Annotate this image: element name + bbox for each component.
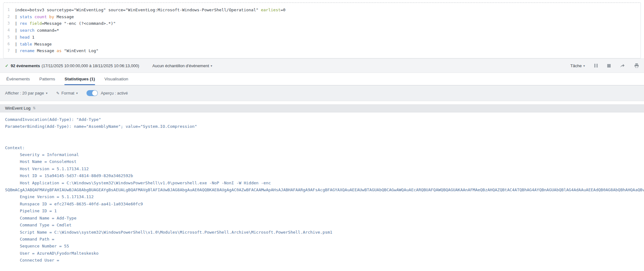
- cell-line: Script Name = C:\Windows\system32\Window…: [5, 229, 644, 236]
- code-line: 6| table Message: [3, 41, 641, 48]
- cell-line: Severity = Informational: [5, 151, 644, 158]
- results-tabs: ÉvénementsPatternsStatistiques (1)Visual…: [0, 73, 644, 85]
- cell-line: CommandInvocation(Add-Type): "Add-Type": [5, 116, 644, 123]
- event-count: 92 événements: [11, 63, 40, 68]
- preview-toggle[interactable]: Aperçu : activé: [86, 90, 128, 96]
- time-range: (17/11/2025 10:00:00,000 à 18/11/2025 10…: [42, 63, 139, 68]
- chevron-down-icon: ▾: [583, 64, 585, 68]
- stop-job-button[interactable]: [607, 64, 611, 68]
- job-label: Tâche: [570, 63, 582, 68]
- chevron-down-icon: ▾: [211, 64, 212, 68]
- result-cell[interactable]: CommandInvocation(Add-Type): "Add-Type"P…: [0, 112, 644, 262]
- code-text: | rename Message as "WinEvent Log": [15, 47, 98, 54]
- search-results-bar: ✓ 92 événements (17/11/2025 10:00:00,000…: [0, 58, 644, 73]
- code-line: 1index=botsv3 sourcetype="WinEventLog" s…: [3, 7, 641, 14]
- code-text: | rex field=Message "-enc (?<command>.*)…: [15, 20, 116, 27]
- share-icon: [620, 63, 625, 68]
- format-label: Format: [61, 91, 74, 95]
- cell-line: Host ID = 15a94145-5d37-4814-88d9-820a34…: [5, 172, 644, 179]
- code-text: | head 1: [15, 34, 35, 41]
- code-text: | search command=*: [15, 27, 59, 34]
- cell-line: [5, 137, 644, 144]
- code-line: 7| rename Message as "WinEvent Log": [3, 47, 641, 54]
- job-dropdown[interactable]: Tâche ▾: [570, 63, 585, 68]
- line-number: 4: [3, 27, 15, 34]
- code-text: | table Message: [15, 41, 52, 48]
- line-number: 7: [3, 47, 15, 54]
- code-line: 2| stats count by Message: [3, 14, 641, 20]
- sort-icon: ⇅: [33, 106, 36, 110]
- chevron-down-icon: ▾: [76, 91, 78, 95]
- print-job-button[interactable]: [634, 63, 639, 68]
- column-header-winevent-log[interactable]: WinEvent Log ⇅: [0, 104, 644, 112]
- cell-line: Command Type = Cmdlet: [5, 222, 644, 229]
- preview-label: Aperçu : activé: [101, 91, 128, 95]
- job-controls: Tâche ▾: [570, 63, 639, 68]
- tab-visualisation[interactable]: Visualisation: [104, 73, 128, 85]
- tab-patterns[interactable]: Patterns: [39, 73, 55, 85]
- cell-line: Command Name = Add-Type: [5, 215, 644, 222]
- line-number: 3: [3, 20, 15, 27]
- pencil-icon: ✎: [56, 91, 59, 95]
- event-sampling-label: Aucun échantillon d'événement: [152, 63, 209, 68]
- share-job-button[interactable]: [620, 63, 625, 68]
- line-number: 5: [3, 34, 15, 41]
- statistics-toolbar: Afficher : 20 par page ▾ ✎ Format ▾ Aper…: [0, 85, 644, 101]
- code-line: 5| head 1: [3, 34, 641, 41]
- chevron-down-icon: ▾: [46, 91, 47, 95]
- cell-line: Engine Version = 5.1.17134.112: [5, 193, 644, 200]
- per-page-label: Afficher : 20 par page: [5, 91, 44, 95]
- splunk-search-app: 1index=botsv3 sourcetype="WinEventLog" s…: [0, 3, 644, 262]
- pause-icon: [594, 64, 598, 68]
- cell-line: Connected User =: [5, 257, 644, 262]
- column-header-label: WinEvent Log: [5, 106, 31, 111]
- line-number: 6: [3, 41, 15, 48]
- spacer: [0, 101, 644, 104]
- event-sampling-dropdown[interactable]: Aucun échantillon d'événement ▾: [152, 63, 212, 68]
- spl-editor-lines: 1index=botsv3 sourcetype="WinEventLog" s…: [3, 7, 641, 54]
- code-text: index=botsv3 sourcetype="WinEventLog" so…: [15, 7, 286, 14]
- cell-line: Runspace ID = efc274d5-8635-40fd-aa41-1a…: [5, 201, 644, 208]
- cell-line: User = AzureAD\FyodorMalteskesko: [5, 250, 644, 257]
- cell-line: ParameterBinding(Add-Type): name="Assemb…: [5, 123, 644, 130]
- line-number: 2: [3, 14, 15, 20]
- toggle-switch[interactable]: [86, 90, 98, 96]
- cell-line: Sequence Number = 55: [5, 243, 644, 250]
- format-dropdown[interactable]: ✎ Format ▾: [56, 91, 78, 95]
- cell-line: Host Application = C:\Windows\System32\W…: [5, 180, 644, 187]
- per-page-dropdown[interactable]: Afficher : 20 par page ▾: [5, 91, 47, 95]
- spl-search-editor[interactable]: 1index=botsv3 sourcetype="WinEventLog" s…: [3, 3, 641, 58]
- cell-line: Host Name = ConsoleHost: [5, 158, 644, 165]
- stop-icon: [607, 64, 611, 68]
- tab-evenements[interactable]: Événements: [6, 73, 30, 85]
- cell-line: [5, 130, 644, 137]
- cell-line: Pipeline ID = 1: [5, 208, 644, 214]
- code-line: 3| rex field=Message "-enc (?<command>.*…: [3, 20, 641, 27]
- cell-line: SQBmACgAJABQAFMAVgBFAHIAUwBJAG8AbgBUAGEA…: [5, 187, 644, 193]
- search-complete-check-icon: ✓: [5, 63, 8, 68]
- code-text: | stats count by Message: [15, 14, 74, 20]
- toggle-knob: [92, 90, 97, 96]
- pause-job-button[interactable]: [594, 64, 598, 68]
- print-icon: [634, 63, 639, 68]
- line-number: 1: [3, 7, 15, 14]
- tab-statistiques[interactable]: Statistiques (1): [64, 73, 95, 85]
- cell-line: Context:: [5, 144, 644, 151]
- cell-line: Command Path =: [5, 236, 644, 243]
- cell-line: Host Version = 5.1.17134.112: [5, 165, 644, 172]
- code-line: 4| search command=*: [3, 27, 641, 34]
